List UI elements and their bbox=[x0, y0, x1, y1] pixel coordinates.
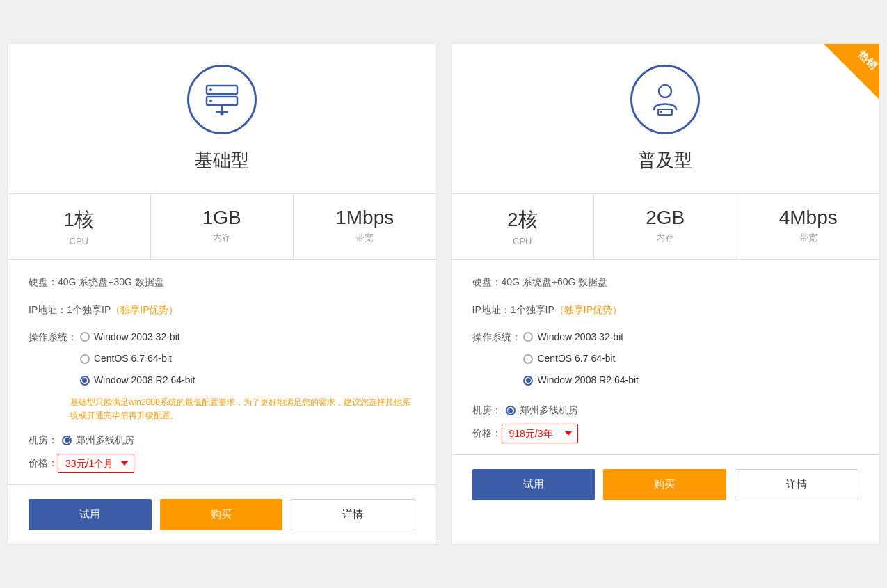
spec-item-1: 1GB 内存 bbox=[151, 194, 294, 259]
datacenter-radio bbox=[62, 436, 72, 445]
os-label-1: CentOS 6.7 64-bit bbox=[94, 350, 172, 367]
svg-point-4 bbox=[220, 112, 223, 116]
datacenter-radio-inner bbox=[65, 438, 70, 443]
datacenter-radio-inner bbox=[508, 408, 513, 413]
specs-row: 1核 CPU 1GB 内存 1Mbps 带宽 bbox=[8, 193, 436, 260]
ip-info: IP地址：1个独享IP（独享IP优势） bbox=[472, 301, 859, 319]
radio-1 bbox=[523, 354, 533, 364]
button-row: 试用 购买 详情 bbox=[452, 469, 880, 500]
spec-label-1: 内存 bbox=[158, 232, 287, 244]
os-section: 操作系统： Window 2003 32-bit CentOS 6.7 64-b… bbox=[29, 328, 415, 423]
price-select[interactable]: 918元/3年36元/1个月72元/2个月 bbox=[502, 424, 578, 443]
os-option-0[interactable]: Window 2003 32-bit bbox=[80, 328, 195, 346]
datacenter-row: 机房： 郑州多线机房 bbox=[472, 404, 859, 417]
datacenter-value: 郑州多线机房 bbox=[76, 434, 134, 447]
os-label-2: Window 2008 R2 64-bit bbox=[94, 372, 195, 389]
price-select[interactable]: 33元/1个月66元/2个月99元/3个月 bbox=[58, 454, 134, 473]
radio-2 bbox=[80, 376, 90, 386]
spec-item-1: 2GB 内存 bbox=[594, 194, 737, 259]
svg-point-3 bbox=[209, 100, 212, 102]
spec-value-2: 1Mbps bbox=[301, 207, 429, 229]
divider bbox=[8, 484, 436, 485]
datacenter-label: 机房： bbox=[29, 434, 58, 447]
spec-label-0: CPU bbox=[458, 236, 587, 246]
spec-item-0: 2核 CPU bbox=[452, 194, 595, 259]
datacenter-label: 机房： bbox=[472, 404, 502, 417]
buy-button[interactable]: 购买 bbox=[603, 469, 726, 500]
button-row: 试用 购买 详情 bbox=[8, 499, 436, 530]
spec-label-2: 带宽 bbox=[301, 232, 429, 244]
datacenter-radio bbox=[506, 406, 516, 415]
radio-0 bbox=[523, 332, 533, 342]
os-option-1[interactable]: CentOS 6.7 64-bit bbox=[80, 350, 195, 367]
os-section: 操作系统： Window 2003 32-bit CentOS 6.7 64-b… bbox=[472, 328, 859, 394]
specs-row: 2核 CPU 2GB 内存 4Mbps 带宽 bbox=[452, 193, 880, 260]
price-label: 价格： bbox=[29, 457, 58, 470]
os-warning: 基础型只能满足win2008系统的最低配置要求，为了更好地满足您的需求，建议您选… bbox=[70, 396, 415, 422]
spec-value-0: 1核 bbox=[15, 207, 143, 233]
spec-item-2: 4Mbps 带宽 bbox=[737, 194, 880, 259]
ip-link[interactable]: （独享IP优势） bbox=[554, 304, 622, 315]
card-popular: 热销 普及型 2核 CPU 2GB 内存 4Mbps 带宽 bbox=[451, 43, 881, 544]
datacenter-value: 郑州多线机房 bbox=[520, 404, 578, 417]
os-label-0: Window 2003 32-bit bbox=[537, 328, 623, 346]
spec-label-1: 内存 bbox=[601, 232, 730, 244]
price-row: 价格： 918元/3年36元/1个月72元/2个月 bbox=[472, 424, 859, 443]
os-options: Window 2003 32-bit CentOS 6.7 64-bit Win… bbox=[80, 328, 195, 394]
os-option-2[interactable]: Window 2008 R2 64-bit bbox=[80, 372, 195, 389]
card-body: 硬盘：40G 系统盘+30G 数据盘 IP地址：1个独享IP（独享IP优势） 操… bbox=[8, 273, 436, 472]
detail-button[interactable]: 详情 bbox=[291, 499, 415, 530]
spec-item-2: 1Mbps 带宽 bbox=[294, 194, 436, 259]
os-section-label: 操作系统： bbox=[472, 331, 521, 342]
os-option-1[interactable]: CentOS 6.7 64-bit bbox=[523, 350, 639, 367]
price-row: 价格： 33元/1个月66元/2个月99元/3个月 bbox=[29, 454, 415, 473]
card-icon bbox=[187, 65, 257, 134]
spec-item-0: 1核 CPU bbox=[8, 194, 151, 259]
svg-point-5 bbox=[659, 85, 671, 97]
spec-value-2: 4Mbps bbox=[744, 207, 873, 229]
card-basic: 基础型 1核 CPU 1GB 内存 1Mbps 带宽 硬盘：40G 系统盘+30… bbox=[7, 43, 437, 544]
spec-value-1: 1GB bbox=[158, 207, 287, 229]
os-label-2: Window 2008 R2 64-bit bbox=[537, 372, 639, 389]
os-options: Window 2003 32-bit CentOS 6.7 64-bit Win… bbox=[523, 328, 639, 394]
radio-inner bbox=[526, 378, 531, 383]
ip-link[interactable]: （独享IP优势） bbox=[111, 304, 178, 315]
price-label: 价格： bbox=[472, 427, 502, 440]
card-header: 普及型 bbox=[452, 44, 880, 193]
trial-button[interactable]: 试用 bbox=[29, 499, 152, 530]
radio-0 bbox=[80, 332, 90, 342]
spec-label-2: 带宽 bbox=[744, 232, 873, 244]
buy-button[interactable]: 购买 bbox=[160, 499, 283, 530]
radio-2 bbox=[523, 376, 533, 386]
spec-value-0: 2核 bbox=[458, 207, 587, 233]
card-header: 基础型 bbox=[8, 44, 436, 193]
card-title: 普及型 bbox=[638, 148, 692, 173]
hot-badge bbox=[824, 44, 879, 100]
os-option-2[interactable]: Window 2008 R2 64-bit bbox=[523, 372, 639, 389]
svg-point-1 bbox=[209, 88, 212, 91]
disk-info: 硬盘：40G 系统盘+60G 数据盘 bbox=[472, 273, 859, 291]
ip-info: IP地址：1个独享IP（独享IP优势） bbox=[29, 301, 415, 319]
cards-container: 基础型 1核 CPU 1GB 内存 1Mbps 带宽 硬盘：40G 系统盘+30… bbox=[0, 36, 887, 551]
os-label-0: Window 2003 32-bit bbox=[94, 328, 180, 346]
svg-point-7 bbox=[660, 111, 662, 113]
trial-button[interactable]: 试用 bbox=[472, 469, 596, 500]
card-body: 硬盘：40G 系统盘+60G 数据盘 IP地址：1个独享IP（独享IP优势） 操… bbox=[452, 273, 880, 443]
spec-value-1: 2GB bbox=[601, 207, 730, 229]
disk-info: 硬盘：40G 系统盘+30G 数据盘 bbox=[29, 273, 415, 291]
os-label-1: CentOS 6.7 64-bit bbox=[537, 350, 615, 367]
os-section-label: 操作系统： bbox=[29, 331, 77, 342]
card-icon bbox=[630, 65, 700, 134]
os-option-0[interactable]: Window 2003 32-bit bbox=[523, 328, 639, 346]
detail-button[interactable]: 详情 bbox=[735, 469, 859, 500]
divider bbox=[452, 454, 880, 455]
radio-inner bbox=[82, 378, 87, 383]
spec-label-0: CPU bbox=[15, 236, 143, 246]
radio-1 bbox=[80, 354, 90, 364]
card-title: 基础型 bbox=[195, 148, 249, 173]
datacenter-row: 机房： 郑州多线机房 bbox=[29, 434, 415, 447]
